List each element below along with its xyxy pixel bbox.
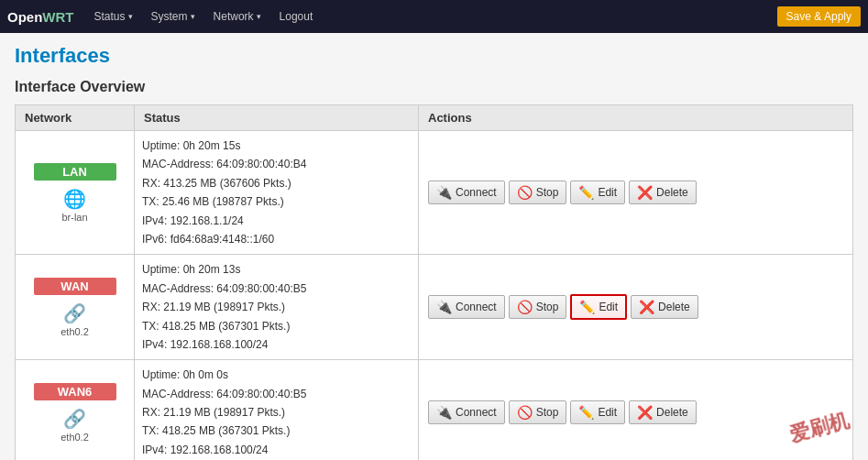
status-line: TX: 418.25 MB (367301 Pkts.) [142,317,411,335]
logo-wrt: WRT [42,9,73,25]
status-line: RX: 413.25 MB (367606 Pkts.) [142,174,411,192]
status-cell: Uptime: 0h 0m 0sMAC-Address: 64:09:80:00… [135,360,419,460]
status-line: IPv4: 192.168.168.100/24 [142,335,411,354]
stop-label: Stop [536,186,559,199]
status-menu[interactable]: Status ▾ [87,6,140,27]
connect-icon: 🔌 [436,185,452,200]
network-arrow-icon: ▾ [257,12,261,21]
delete-icon: ❌ [637,405,653,420]
status-line: RX: 21.19 MB (198917 Pkts.) [142,298,411,316]
status-label: Status [94,10,126,23]
actions-cell: 🔌Connect🚫Stop✏️Edit❌Delete [419,360,853,460]
status-line: RX: 21.19 MB (198917 Pkts.) [142,403,411,422]
table-row: WAN🔗eth0.2Uptime: 0h 20m 13sMAC-Address:… [16,255,853,360]
status-line: MAC-Address: 64:09:80:00:40:B5 [142,279,411,298]
status-line: MAC-Address: 64:09:80:00:40:B5 [142,385,411,403]
network-icon: 🌐 [23,188,126,210]
logout-label: Logout [280,10,313,23]
edit-icon: ✏️ [578,405,594,420]
system-arrow-icon: ▾ [191,12,195,21]
system-label: System [151,10,188,23]
actions-cell: 🔌Connect🚫Stop✏️Edit❌Delete [419,131,853,255]
edit-icon: ✏️ [579,300,595,314]
delete-label: Delete [656,186,688,199]
connect-label: Connect [456,301,497,313]
network-icon: 🔗 [23,408,126,430]
stop-button[interactable]: 🚫Stop [509,400,567,424]
stop-button[interactable]: 🚫Stop [509,181,567,204]
delete-button[interactable]: ❌Delete [629,400,697,424]
status-line: Uptime: 0h 20m 15s [142,137,411,155]
edit-icon: ✏️ [578,185,594,200]
status-line: MAC-Address: 64:09:80:00:40:B4 [142,155,411,173]
delete-label: Delete [658,301,690,313]
table-row: LAN🌐br-lanUptime: 0h 20m 15sMAC-Address:… [16,131,853,255]
logout-btn[interactable]: Logout [272,6,321,27]
logo: OpenWRT [7,9,74,25]
edit-button[interactable]: ✏️Edit [570,294,627,320]
actions-cell: 🔌Connect🚫Stop✏️Edit❌Delete [419,255,853,360]
status-line: IPv4: 192.168.1.1/24 [142,212,411,230]
delete-button[interactable]: ❌Delete [631,295,698,319]
col-network: Network [16,105,135,131]
network-cell: LAN🌐br-lan [16,131,135,255]
network-sublabel: eth0.2 [23,432,126,443]
stop-icon: 🚫 [517,405,533,420]
page-content: Interfaces Interface Overview Network St… [0,33,868,460]
edit-button[interactable]: ✏️Edit [570,181,625,204]
status-line: IPv6: fd64:68a9:4148::1/60 [142,230,411,248]
network-cell: WAN🔗eth0.2 [16,255,135,360]
network-icon: 🔗 [23,302,126,324]
stop-icon: 🚫 [517,185,533,200]
delete-icon: ❌ [637,185,653,200]
status-line: TX: 25.46 MB (198787 Pkts.) [142,192,411,211]
network-label: Network [214,10,254,23]
connect-label: Connect [456,406,497,419]
connect-icon: 🔌 [436,300,452,314]
delete-icon: ❌ [639,300,654,314]
stop-label: Stop [536,301,559,313]
section-title: Interface Overview [15,79,853,95]
status-cell: Uptime: 0h 20m 13sMAC-Address: 64:09:80:… [135,255,419,360]
status-line: TX: 418.25 MB (367301 Pkts.) [142,422,411,440]
connect-label: Connect [456,186,497,199]
network-badge: WAN6 [34,383,116,400]
stop-label: Stop [536,406,559,419]
status-line: IPv4: 192.168.168.100/24 [142,441,411,459]
delete-button[interactable]: ❌Delete [629,181,697,204]
network-cell: WAN6🔗eth0.2 [16,360,135,460]
status-line: Uptime: 0h 20m 13s [142,260,411,279]
edit-label: Edit [598,406,617,419]
system-menu[interactable]: System ▾ [144,6,203,27]
stop-icon: 🚫 [517,300,533,314]
network-sublabel: br-lan [23,212,126,223]
status-cell: Uptime: 0h 20m 15sMAC-Address: 64:09:80:… [135,131,419,255]
connect-icon: 🔌 [436,405,452,420]
connect-button[interactable]: 🔌Connect [428,400,505,424]
network-badge: LAN [34,163,116,181]
network-menu[interactable]: Network ▾ [206,6,269,27]
connect-button[interactable]: 🔌Connect [428,181,505,204]
network-badge: WAN [34,278,116,295]
interfaces-table: Network Status Actions LAN🌐br-lanUptime:… [15,104,853,460]
status-arrow-icon: ▾ [128,12,133,21]
edit-button[interactable]: ✏️Edit [570,400,625,424]
page-title: Interfaces [15,44,853,68]
save-apply-btn[interactable]: Save & Apply [777,6,861,27]
status-line: Uptime: 0h 0m 0s [142,366,411,384]
col-actions: Actions [419,105,853,131]
edit-label: Edit [598,186,617,199]
navbar: OpenWRT Status ▾ System ▾ Network ▾ Logo… [0,0,868,33]
col-status: Status [135,105,419,131]
delete-label: Delete [656,406,688,419]
edit-label: Edit [599,301,618,313]
connect-button[interactable]: 🔌Connect [428,295,505,319]
stop-button[interactable]: 🚫Stop [509,295,567,319]
logo-open: Open [7,9,42,25]
table-row: WAN6🔗eth0.2Uptime: 0h 0m 0sMAC-Address: … [16,360,853,460]
network-sublabel: eth0.2 [23,326,126,337]
